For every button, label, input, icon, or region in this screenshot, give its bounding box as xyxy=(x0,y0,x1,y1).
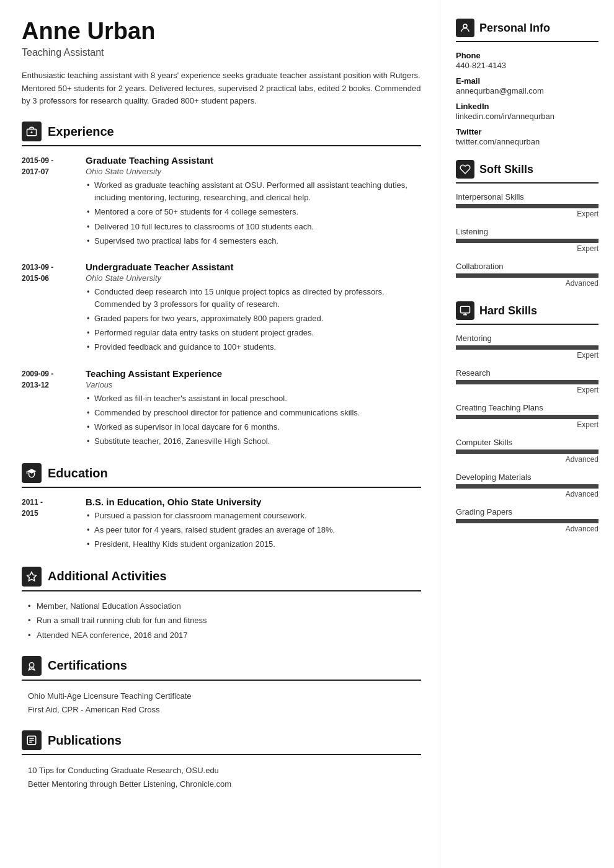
activities-header: Additional Activities xyxy=(22,567,421,591)
soft-skills-title: Soft Skills xyxy=(479,163,533,176)
personal-info-header: Personal Info xyxy=(456,19,598,42)
cert-item-1: Ohio Multi-Age Licensure Teaching Certif… xyxy=(22,689,421,703)
certifications-title: Certifications xyxy=(48,658,127,673)
edu-content-1: B.S. in Education, Ohio State University… xyxy=(86,497,335,552)
skill-grading-papers: Grading Papers Advanced xyxy=(456,507,598,533)
svg-point-4 xyxy=(29,663,34,668)
education-header: Education xyxy=(22,463,421,488)
education-title: Education xyxy=(48,466,108,480)
svg-marker-3 xyxy=(27,572,37,580)
twitter-value: twitter.com/annequrban xyxy=(456,137,598,146)
exp-item-3: 2009-09 - 2013-12 Teaching Assistant Exp… xyxy=(22,368,421,450)
exp-date-1: 2015-09 - 2017-07 xyxy=(22,155,74,249)
edu-date-1: 2011 - 2015 xyxy=(22,497,74,552)
phone-value: 440-821-4143 xyxy=(456,61,598,70)
hard-skills-icon xyxy=(456,301,474,320)
certifications-section: Certifications Ohio Multi-Age Licensure … xyxy=(22,656,421,717)
skill-research: Research Expert xyxy=(456,368,598,394)
phone-label: Phone xyxy=(456,51,598,60)
activities-icon xyxy=(22,567,42,587)
certifications-header: Certifications xyxy=(22,656,421,681)
publications-title: Publications xyxy=(48,733,122,748)
exp-item-2: 2013-09 - 2015-06 Undergraduate Teacher … xyxy=(22,262,421,356)
certifications-icon xyxy=(22,656,42,676)
personal-info-icon xyxy=(456,19,474,37)
education-section: Education 2011 - 2015 B.S. in Education,… xyxy=(22,463,421,552)
linkedin-label: LinkedIn xyxy=(456,102,598,111)
personal-info-section: Personal Info Phone 440-821-4143 E-mail … xyxy=(456,19,598,146)
skill-bar-listening xyxy=(456,239,598,243)
publications-header: Publications xyxy=(22,730,421,755)
soft-skills-icon xyxy=(456,160,474,179)
hard-skills-header: Hard Skills xyxy=(456,301,598,325)
candidate-title: Teaching Assistant xyxy=(22,47,421,58)
exp-content-3: Teaching Assistant Experience Various Wo… xyxy=(86,368,421,450)
activities-section: Additional Activities Member, National E… xyxy=(22,567,421,642)
hard-skills-section: Hard Skills Mentoring Expert Research Ex… xyxy=(456,301,598,533)
pub-item-2: Better Mentoring through Better Listenin… xyxy=(22,777,421,791)
email-value: annequrban@gmail.com xyxy=(456,86,598,95)
activities-title: Additional Activities xyxy=(48,569,167,583)
pub-item-1: 10 Tips for Conducting Graduate Research… xyxy=(22,764,421,777)
twitter-label: Twitter xyxy=(456,127,598,136)
linkedin-value: linkedin.com/in/annequrban xyxy=(456,112,598,121)
skill-computer: Computer Skills Advanced xyxy=(456,438,598,464)
skill-bar-interpersonal xyxy=(456,204,598,208)
soft-skills-header: Soft Skills xyxy=(456,160,598,184)
svg-rect-10 xyxy=(461,306,470,313)
svg-point-9 xyxy=(463,24,467,28)
skill-developing-materials: Developing Materials Advanced xyxy=(456,472,598,498)
candidate-name: Anne Urban xyxy=(22,19,421,45)
summary: Enthusiastic teaching assistant with 8 y… xyxy=(22,69,421,108)
cert-item-2: First Aid, CPR - American Red Cross xyxy=(22,703,421,717)
education-icon xyxy=(22,463,42,483)
experience-header: Experience xyxy=(22,122,421,146)
exp-content-2: Undergraduate Teacher Assistant Ohio Sta… xyxy=(86,262,421,356)
skill-listening: Listening Expert xyxy=(456,227,598,253)
skill-teaching-plans: Creating Teaching Plans Expert xyxy=(456,403,598,429)
exp-date-3: 2009-09 - 2013-12 xyxy=(22,368,74,450)
publications-section: Publications 10 Tips for Conducting Grad… xyxy=(22,730,421,791)
exp-item-1: 2015-09 - 2017-07 Graduate Teaching Assi… xyxy=(22,155,421,249)
edu-item-1: 2011 - 2015 B.S. in Education, Ohio Stat… xyxy=(22,497,421,552)
experience-icon xyxy=(22,122,42,141)
exp-date-2: 2013-09 - 2015-06 xyxy=(22,262,74,356)
personal-info-title: Personal Info xyxy=(479,22,550,35)
publications-icon xyxy=(22,730,42,750)
skill-interpersonal: Interpersonal Skills Expert xyxy=(456,192,598,218)
soft-skills-section: Soft Skills Interpersonal Skills Expert … xyxy=(456,160,598,288)
skill-bar-collaboration xyxy=(456,273,598,278)
skill-collaboration: Collaboration Advanced xyxy=(456,262,598,288)
exp-content-1: Graduate Teaching Assistant Ohio State U… xyxy=(86,155,421,249)
email-label: E-mail xyxy=(456,76,598,86)
skill-mentoring: Mentoring Expert xyxy=(456,334,598,360)
hard-skills-title: Hard Skills xyxy=(479,304,537,317)
experience-section: Experience 2015-09 - 2017-07 Graduate Te… xyxy=(22,122,421,450)
header: Anne Urban Teaching Assistant xyxy=(22,19,421,58)
activities-list: Member, National Education Association R… xyxy=(22,600,421,642)
experience-title: Experience xyxy=(48,125,114,139)
